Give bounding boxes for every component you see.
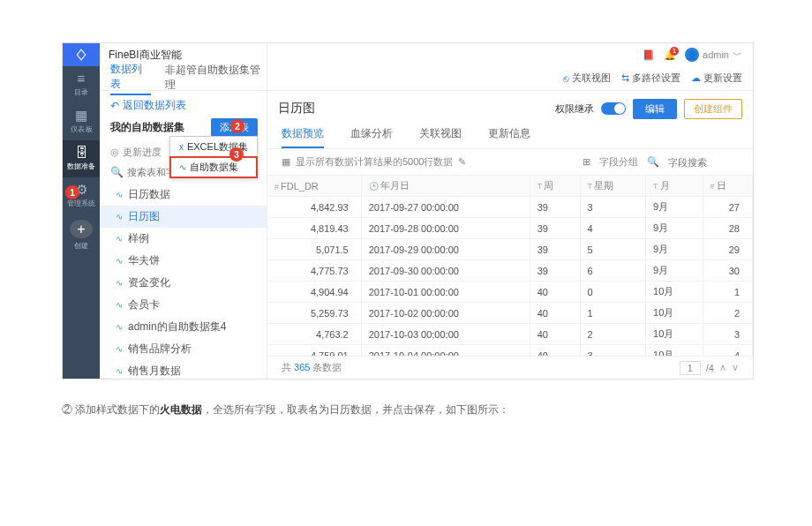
tree-item[interactable]: ∿样例 xyxy=(100,228,267,250)
cell: 2017-09-29 00:00:00 xyxy=(361,239,530,260)
cell: 2 xyxy=(703,303,753,324)
tab-data-list[interactable]: 数据列表 xyxy=(110,62,151,95)
nav-dashboard[interactable]: ▦ 仪表板 xyxy=(63,103,100,140)
dataset-icon: ∿ xyxy=(116,300,123,310)
cell: 40 xyxy=(530,282,580,303)
footer-count: 365 xyxy=(294,362,310,372)
menu-self-dataset[interactable]: ∿ 自助数据集 xyxy=(170,157,257,177)
table-row[interactable]: 4,775.732017-09-30 00:00:003969月30 xyxy=(267,260,753,282)
nav-create[interactable]: + 创建 xyxy=(63,214,100,252)
table-row[interactable]: 4,763.22017-10-03 00:00:0040210月3 xyxy=(267,324,753,345)
cloud-icon: ☁ xyxy=(691,72,701,84)
cell: 4 xyxy=(703,345,753,357)
tree-item[interactable]: ∿销售品牌分析 xyxy=(100,338,267,360)
subtab-preview[interactable]: 数据预览 xyxy=(282,126,324,148)
relation-icon: ⎋ xyxy=(563,73,569,84)
table-row[interactable]: 5,071.52017-09-29 00:00:003959月29 xyxy=(267,239,753,260)
type-icon: # xyxy=(710,182,715,191)
data-table: #FDL_DR🕒年月日T周T星期T月#日4,842.932017-09-27 0… xyxy=(267,176,753,356)
tree-item[interactable]: ∿华夫饼 xyxy=(100,250,267,272)
nav-catalog[interactable]: ≡ 目录 xyxy=(63,66,100,103)
book-icon[interactable]: 📕 xyxy=(643,49,655,61)
tree-label: 日历数据 xyxy=(128,187,170,202)
cell: 39 xyxy=(530,239,580,260)
type-icon: # xyxy=(274,183,279,192)
grid-footer: 共 365 条数据 1 /4 ∧ ∨ xyxy=(267,356,753,379)
tab-non-admin[interactable]: 非超管自助数据集管理 xyxy=(165,63,267,94)
cell: 2017-09-30 00:00:00 xyxy=(361,260,530,282)
subtab-update[interactable]: 更新信息 xyxy=(488,126,530,148)
group-icon[interactable]: ⊞ xyxy=(583,156,590,168)
table-row[interactable]: 4,759.012017-10-04 00:00:0040310月4 xyxy=(267,345,753,357)
action-update[interactable]: ☁更新设置 xyxy=(691,71,742,85)
cell: 1 xyxy=(703,282,753,303)
cell: 2017-10-02 00:00:00 xyxy=(361,303,530,324)
cell: 4,759.01 xyxy=(267,345,361,357)
dataset-icon: ∿ xyxy=(116,278,123,288)
nav-data-prep[interactable]: 🗄 数据准备 xyxy=(63,140,100,177)
pencil-icon[interactable]: ✎ xyxy=(458,156,466,168)
tree-label: 销售品牌分析 xyxy=(128,342,192,357)
caption-text: ② 添加样式数据下的 xyxy=(62,403,160,416)
table-row[interactable]: 4,819.432017-09-28 00:00:003949月28 xyxy=(267,218,753,239)
user-menu[interactable]: 👤 admin ﹀ xyxy=(685,48,742,62)
avatar-icon: 👤 xyxy=(685,48,699,62)
topbar: 📕 🔔1 👤 admin ﹀ xyxy=(267,43,753,66)
data-grid[interactable]: #FDL_DR🕒年月日T周T星期T月#日4,842.932017-09-27 0… xyxy=(267,176,753,356)
target-icon: ◎ xyxy=(110,147,119,158)
perm-toggle[interactable] xyxy=(601,102,626,115)
prev-page[interactable]: ∧ xyxy=(719,362,726,373)
action-relation[interactable]: ⎋关联视图 xyxy=(563,71,611,85)
action-bar: ⎋关联视图 ⇆多路径设置 ☁更新设置 xyxy=(267,66,753,91)
tree-item[interactable]: ∿资金变化 xyxy=(100,272,267,294)
cell: 4,819.43 xyxy=(267,218,361,239)
cell: 4,904.94 xyxy=(267,282,361,303)
column-header[interactable]: 🕒年月日 xyxy=(361,176,530,197)
menu-excel[interactable]: x EXCEL数据集 xyxy=(170,137,257,157)
tree-item[interactable]: ∿销售月数据 xyxy=(100,360,267,379)
cell: 3 xyxy=(580,345,646,357)
page-input[interactable]: 1 xyxy=(680,361,701,375)
cell: 40 xyxy=(530,345,580,357)
dataset-title: 我的自助数据集 xyxy=(110,120,184,135)
tree-item[interactable]: ∿会员卡 xyxy=(100,294,267,316)
bell-icon[interactable]: 🔔1 xyxy=(664,49,676,61)
chevron-down-icon: ﹀ xyxy=(733,49,742,62)
pager: 1 /4 ∧ ∨ xyxy=(680,361,739,375)
table-icon: ▦ xyxy=(282,156,290,168)
type-icon: T xyxy=(653,182,658,191)
cell: 2017-10-01 00:00:00 xyxy=(361,282,530,303)
subtab-relation[interactable]: 关联视图 xyxy=(419,126,462,148)
nav-label: 仪表板 xyxy=(71,124,92,135)
create-component-button[interactable]: 创建组件 xyxy=(684,99,742,119)
field-search-input[interactable] xyxy=(668,157,739,168)
dataset-icon: ∿ xyxy=(116,212,123,222)
tree-label: 会员卡 xyxy=(128,297,160,312)
dataset-icon: ∿ xyxy=(116,366,123,376)
cell: 4,775.73 xyxy=(267,260,361,282)
column-header[interactable]: #日 xyxy=(703,176,753,197)
table-row[interactable]: 4,842.932017-09-27 00:00:003939月27 xyxy=(267,197,753,218)
page-title: 日历图 xyxy=(278,101,315,116)
table-row[interactable]: 5,259.732017-10-02 00:00:0040110月2 xyxy=(267,303,753,324)
tree-item[interactable]: ∿日历图 xyxy=(100,206,267,228)
back-link[interactable]: ↶ 返回数据列表 xyxy=(100,91,267,116)
column-header[interactable]: #FDL_DR xyxy=(267,176,361,197)
sub-tabs: 数据预览 血缘分析 关联视图 更新信息 xyxy=(267,126,753,149)
cell: 0 xyxy=(580,282,646,303)
edit-button[interactable]: 编辑 xyxy=(633,99,677,119)
subtab-lineage[interactable]: 血缘分析 xyxy=(350,126,393,148)
tree-item[interactable]: ∿日历数据 xyxy=(100,184,267,206)
next-page[interactable]: ∨ xyxy=(732,362,739,373)
tree-item[interactable]: ∿admin的自助数据集4 xyxy=(100,316,267,338)
cell: 39 xyxy=(530,218,580,239)
table-row[interactable]: 4,904.942017-10-01 00:00:0040010月1 xyxy=(267,282,753,303)
column-header[interactable]: T周 xyxy=(530,176,580,197)
footer-suffix: 条数据 xyxy=(312,362,342,372)
action-multipath[interactable]: ⇆多路径设置 xyxy=(621,71,680,85)
dataset-icon: ∿ xyxy=(116,190,123,199)
cell: 9月 xyxy=(646,197,703,218)
column-header[interactable]: T星期 xyxy=(580,176,646,197)
update-label: 更新进度 xyxy=(123,146,162,159)
column-header[interactable]: T月 xyxy=(646,176,703,197)
